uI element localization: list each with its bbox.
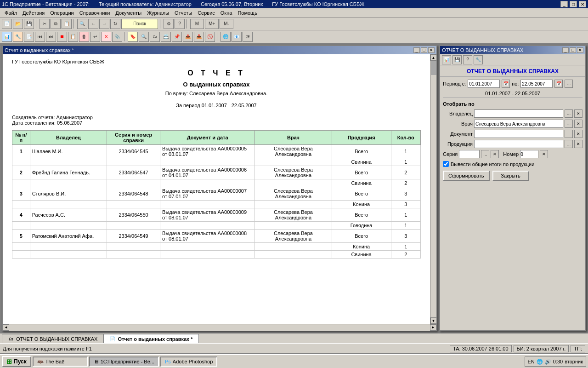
menu-reports[interactable]: Отчеты xyxy=(172,9,195,17)
period-to-calendar[interactable]: 📅 xyxy=(554,80,563,88)
panel-tb-4[interactable]: 🔧 xyxy=(474,55,483,64)
menu-service[interactable]: Сервис xyxy=(195,9,218,17)
tb2-21[interactable]: 📧 xyxy=(232,32,242,42)
tb-props[interactable]: ⚙ xyxy=(164,19,174,29)
seria-clear[interactable]: ✕ xyxy=(491,150,499,158)
tb2-18[interactable]: 📥 xyxy=(194,32,204,42)
menu-file[interactable]: Файл xyxy=(2,9,20,17)
maximize-button[interactable]: □ xyxy=(570,1,577,7)
scroll-right[interactable]: ► xyxy=(430,324,436,331)
tb-cut[interactable]: ✂ xyxy=(40,19,50,29)
tb-extra3[interactable]: M- xyxy=(220,19,233,29)
taskbar-item-photoshop[interactable]: Ps Adobe Photoshop xyxy=(160,356,217,367)
tb-copy[interactable]: ⧉ xyxy=(51,19,61,29)
tb2-12[interactable]: 🔖 xyxy=(128,32,138,42)
taskbar-item-thebat[interactable]: 🦇 The Bat! xyxy=(33,356,88,367)
panel-tb-2[interactable]: 💾 xyxy=(452,55,462,64)
close-button[interactable]: ✕ xyxy=(579,1,586,7)
tb-refresh[interactable]: ↻ xyxy=(110,19,120,29)
seria-input[interactable] xyxy=(459,150,480,158)
tb-fwd[interactable]: → xyxy=(99,19,109,29)
scroll-up[interactable]: ▲ xyxy=(430,54,437,61)
filter-product-select[interactable]: … xyxy=(565,140,573,148)
filter-owner-select[interactable]: … xyxy=(565,109,573,118)
form-button[interactable]: Сформировать xyxy=(443,171,490,181)
tb-search2[interactable]: Поиск xyxy=(121,19,158,29)
nomer-input[interactable] xyxy=(520,150,538,158)
tb-find[interactable]: 🔍 xyxy=(77,19,87,29)
filter-product-clear[interactable]: ✕ xyxy=(574,140,582,148)
tb2-9[interactable]: ↩ xyxy=(90,32,100,42)
report-scrollbar[interactable]: ▲ ▼ xyxy=(430,54,436,324)
period-to-input[interactable] xyxy=(520,80,553,88)
report-close-button[interactable]: ✕ xyxy=(428,47,435,53)
tb2-15[interactable]: 📇 xyxy=(161,32,171,42)
panel-minimize-button[interactable]: _ xyxy=(562,47,569,53)
filter-product-input[interactable] xyxy=(474,140,563,148)
filter-doctor-clear[interactable]: ✕ xyxy=(574,120,582,128)
filter-doc-input[interactable] xyxy=(474,130,563,138)
panel-maximize-button[interactable]: □ xyxy=(570,47,576,53)
panel-tb-help[interactable]: ? xyxy=(463,55,472,64)
tb2-2[interactable]: 🔧 xyxy=(13,32,23,42)
tab-report-dialog[interactable]: 🗂 ОТЧЕТ О ВЫДАННЫХ СПРАВКАХ xyxy=(2,334,103,343)
tb2-22[interactable]: 🖳 xyxy=(243,32,253,42)
tb-open[interactable]: 📂 xyxy=(13,19,23,29)
minimize-button[interactable]: _ xyxy=(560,1,568,7)
scroll-thumb[interactable] xyxy=(431,61,436,75)
filter-doctor-select[interactable]: … xyxy=(565,120,573,128)
seria-select[interactable]: … xyxy=(481,150,489,158)
start-button[interactable]: ⊞ Пуск xyxy=(2,356,31,367)
tb2-5[interactable]: ⏭ xyxy=(46,32,56,42)
menu-operations[interactable]: Операции xyxy=(47,9,76,17)
menu-references[interactable]: Справочники xyxy=(77,9,113,17)
menu-actions[interactable]: Действия xyxy=(20,9,47,17)
taskbar-item-1c[interactable]: 🖥 1С:Предприятие - Ве... xyxy=(89,356,159,367)
tb2-20[interactable]: 🌐 xyxy=(220,32,231,42)
tb2-11[interactable]: 📎 xyxy=(112,32,122,42)
tb2-1[interactable]: 📊 xyxy=(2,32,12,42)
panel-close-button[interactable]: ✕ xyxy=(577,47,583,53)
tb2-16[interactable]: 📌 xyxy=(172,32,182,42)
org-label: ГУ Госветслужбы КО Юргинская СББЖ xyxy=(272,1,364,7)
scroll-down[interactable]: ▼ xyxy=(430,317,437,324)
tb-paste[interactable]: 📋 xyxy=(62,19,72,29)
tb-new[interactable]: 📄 xyxy=(2,19,12,29)
filter-owner-clear[interactable]: ✕ xyxy=(574,109,582,118)
tb2-3[interactable]: 📑 xyxy=(24,32,34,42)
tb2-14[interactable]: 🗂 xyxy=(150,32,160,42)
period-extra-btn[interactable]: … xyxy=(565,80,573,88)
filter-doc-select[interactable]: … xyxy=(565,130,573,138)
tb2-7[interactable]: 📋 xyxy=(68,32,78,42)
close-button[interactable]: Закрыть xyxy=(492,171,529,181)
report-maximize-button[interactable]: □ xyxy=(421,47,427,53)
totals-checkbox[interactable] xyxy=(443,161,449,167)
tb2-8[interactable]: 🗑 xyxy=(79,32,89,42)
panel-tb-1[interactable]: 📊 xyxy=(442,55,451,64)
tb-help[interactable]: ? xyxy=(175,19,185,29)
period-from-calendar[interactable]: 📅 xyxy=(502,80,510,88)
tab-report-view[interactable]: 📄 Отчет о выданных справках * xyxy=(103,334,198,343)
scroll-left[interactable]: ◄ xyxy=(3,324,9,331)
menu-windows[interactable]: Окна xyxy=(218,9,235,17)
tb-back[interactable]: ← xyxy=(88,19,98,29)
menu-help[interactable]: Помощь xyxy=(235,9,260,17)
tb2-19[interactable]: 🚫 xyxy=(205,32,215,42)
tb2-6[interactable]: ⏹ xyxy=(57,32,67,42)
tb-save[interactable]: 💾 xyxy=(24,19,34,29)
menu-documents[interactable]: Документы xyxy=(113,9,144,17)
period-from-input[interactable] xyxy=(468,80,500,88)
tb2-13[interactable]: 🔍 xyxy=(139,32,149,42)
filter-doc-clear[interactable]: ✕ xyxy=(574,130,582,138)
tb2-17[interactable]: 📤 xyxy=(183,32,193,42)
filter-doctor-input[interactable] xyxy=(474,120,563,128)
filter-owner-input[interactable] xyxy=(474,109,563,118)
menu-journals[interactable]: Журналы xyxy=(144,9,172,17)
tb-extra2[interactable]: M+ xyxy=(205,19,219,29)
tb-extra1[interactable]: M xyxy=(190,19,204,29)
tb2-4[interactable]: ⏮ xyxy=(35,32,45,42)
report-minimize-button[interactable]: _ xyxy=(413,47,420,53)
tb2-10[interactable]: ✕ xyxy=(101,32,111,42)
nomer-clear[interactable]: ✕ xyxy=(540,150,548,158)
table-cell: Всего xyxy=(332,166,391,179)
